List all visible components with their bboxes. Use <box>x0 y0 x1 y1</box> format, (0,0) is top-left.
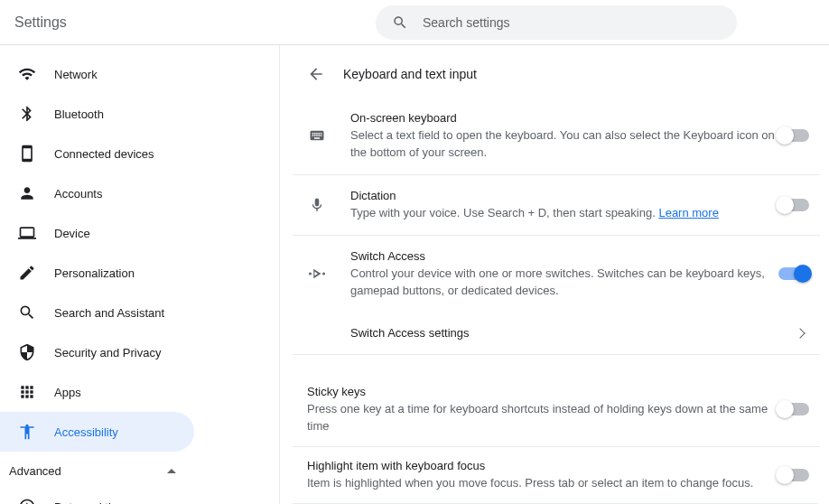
chevron-right-icon <box>795 328 805 338</box>
row-subtitle: Press one key at a time for keyboard sho… <box>307 401 778 435</box>
row-title: On-screen keyboard <box>350 110 778 126</box>
mic-icon <box>307 197 327 213</box>
sidebar-item-label: Personalization <box>54 266 135 280</box>
sidebar-item-connected-devices[interactable]: Connected devices <box>0 134 194 173</box>
clock-icon <box>18 498 36 504</box>
switch-access-icon <box>307 266 327 282</box>
laptop-icon <box>18 224 36 242</box>
sidebar-item-apps[interactable]: Apps <box>0 372 194 412</box>
advanced-label: Advanced <box>9 464 61 478</box>
phone-icon <box>18 145 36 163</box>
sidebar-item-date-time[interactable]: Date and time <box>0 487 194 504</box>
sidebar-item-label: Accounts <box>54 187 102 201</box>
row-subtitle: Select a text field to open the keyboard… <box>350 127 778 162</box>
toggle-dictation[interactable] <box>778 199 809 211</box>
toggle-switch-access[interactable] <box>778 267 809 280</box>
learn-more-link[interactable]: Learn more <box>658 206 718 219</box>
row-subtitle: Type with your voice. Use Search + D, th… <box>350 205 778 222</box>
app-header: Settings <box>0 0 829 45</box>
sidebar-item-label: Bluetooth <box>54 107 104 121</box>
sidebar-item-label: Security and Privacy <box>54 346 162 359</box>
row-sticky-keys: Sticky keys Press one key at a time for … <box>293 373 820 447</box>
search-icon <box>392 14 408 31</box>
row-title: Dictation <box>350 188 778 204</box>
sidebar-item-label: Connected devices <box>54 147 154 161</box>
sidebar-item-network[interactable]: Network <box>0 54 194 94</box>
row-on-screen-keyboard: On-screen keyboard Select a text field t… <box>293 98 820 175</box>
toggle-sticky-keys[interactable] <box>778 403 809 415</box>
apps-icon <box>18 383 36 401</box>
sidebar-item-label: Accessibility <box>54 425 118 439</box>
row-highlight-keyboard-focus: Highlight item with keyboard focus Item … <box>293 447 820 504</box>
toggle-highlight-keyboard-focus[interactable] <box>778 469 809 481</box>
sidebar-item-security-privacy[interactable]: Security and Privacy <box>0 332 194 372</box>
chevron-up-icon <box>167 469 176 473</box>
sidebar-item-label: Device <box>54 227 90 240</box>
row-title: Switch Access <box>350 248 778 265</box>
sidebar-item-search-assistant[interactable]: Search and Assistant <box>0 293 194 332</box>
sidebar-advanced-toggle[interactable]: Advanced <box>0 452 194 487</box>
sidebar-item-personalization[interactable]: Personalization <box>0 253 194 293</box>
search-input[interactable] <box>423 15 721 30</box>
bluetooth-icon <box>18 105 36 123</box>
back-arrow-icon[interactable] <box>307 65 325 83</box>
sidebar-item-device[interactable]: Device <box>0 213 194 253</box>
page-title: Keyboard and text input <box>343 67 477 81</box>
sidebar-item-accessibility[interactable]: Accessibility <box>0 412 194 452</box>
row-title: Switch Access settings <box>350 325 796 341</box>
row-subtitle: Control your device with one or more swi… <box>350 266 778 300</box>
edit-icon <box>18 264 36 282</box>
sidebar-item-bluetooth[interactable]: Bluetooth <box>0 94 194 134</box>
keyboard-icon <box>307 127 327 144</box>
accessibility-icon <box>18 423 36 441</box>
wifi-icon <box>18 65 36 83</box>
row-title: Highlight item with keyboard focus <box>307 458 778 474</box>
sidebar-item-label: Network <box>54 68 98 81</box>
sidebar-item-label: Date and time <box>54 500 127 505</box>
sidebar-item-label: Search and Assistant <box>54 306 164 320</box>
row-switch-access: Switch Access Control your device with o… <box>293 236 820 313</box>
search-box[interactable] <box>376 5 737 40</box>
page-header: Keyboard and text input <box>280 45 829 98</box>
row-title: Sticky keys <box>307 384 778 400</box>
app-title: Settings <box>14 14 376 31</box>
row-dictation: Dictation Type with your voice. Use Sear… <box>293 175 820 236</box>
main-panel: Keyboard and text input On-screen keyboa… <box>280 45 829 504</box>
shield-icon <box>18 343 36 361</box>
toggle-on-screen-keyboard[interactable] <box>778 129 809 142</box>
person-icon <box>18 184 36 202</box>
sidebar: Network Bluetooth Connected devices Acco… <box>0 45 280 504</box>
row-subtitle: Item is highlighted when you move focus.… <box>307 475 778 492</box>
sidebar-item-accounts[interactable]: Accounts <box>0 173 194 213</box>
sidebar-item-label: Apps <box>54 386 81 399</box>
row-switch-access-settings[interactable]: Switch Access settings <box>293 313 820 355</box>
search-icon <box>18 303 36 322</box>
